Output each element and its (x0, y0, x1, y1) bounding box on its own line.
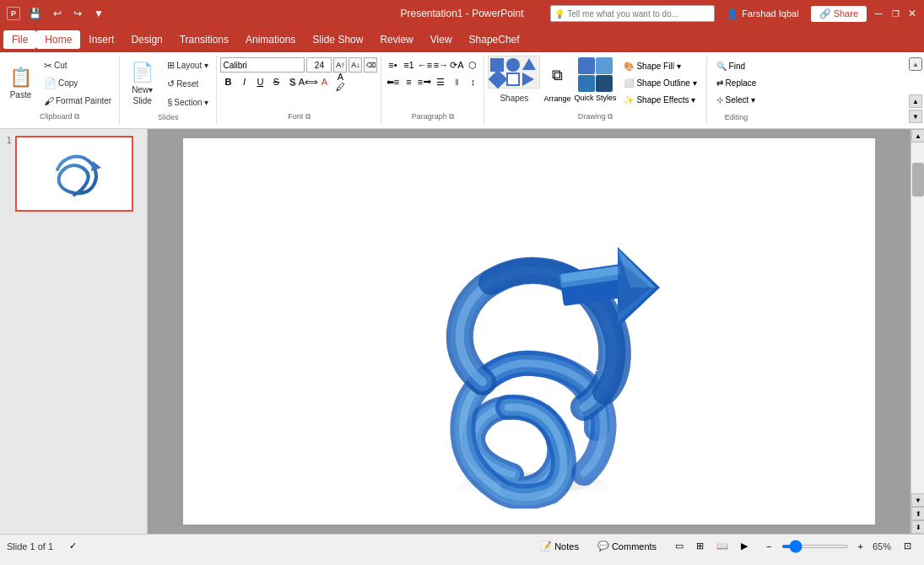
zoom-controls: − + 65% (760, 539, 891, 554)
paste-button[interactable]: 📋 Paste (3, 62, 38, 105)
font-size-decrease-button[interactable]: A↓ (349, 57, 362, 73)
shadow-button[interactable]: S (284, 74, 300, 89)
convert-to-smartart-button[interactable]: ⬡ (465, 57, 480, 73)
align-right-button[interactable]: ≡⮕ (417, 74, 432, 89)
menu-item-insert[interactable]: Insert (80, 30, 122, 49)
menu-item-animations[interactable]: Animations (237, 30, 304, 49)
justify-button[interactable]: ☰ (433, 74, 448, 89)
shape-diamond[interactable] (489, 70, 508, 89)
menu-item-file[interactable]: File (3, 30, 36, 49)
style-4[interactable] (596, 75, 613, 92)
arrange-button[interactable]: ⧉ (542, 56, 572, 94)
main-area: 1 (0, 129, 924, 534)
menu-item-shapechef[interactable]: ShapeChef (461, 30, 528, 49)
new-slide-button[interactable]: 📄 New ▾ Slide (123, 57, 161, 110)
font-size-increase-button[interactable]: A↑ (333, 57, 347, 73)
shape-fill-button[interactable]: 🎨 Shape Fill ▾ (618, 59, 702, 73)
section-button[interactable]: § Section ▾ (163, 94, 213, 110)
layout-icon: ⊞ (167, 60, 175, 71)
numbered-list-button[interactable]: ≡1 (401, 57, 416, 73)
menu-item-transitions[interactable]: Transitions (171, 30, 237, 49)
italic-button[interactable]: I (236, 74, 251, 89)
bold-button[interactable]: B (220, 74, 235, 89)
minimize-button[interactable]: ─ (873, 8, 883, 19)
slide-canvas[interactable] (183, 138, 875, 525)
style-3[interactable] (578, 75, 595, 92)
find-button[interactable]: 🔍 Find (711, 59, 763, 73)
cut-button[interactable]: ✂ Cut (40, 57, 116, 74)
normal-view-button[interactable]: ▭ (669, 538, 689, 554)
line-spacing-button[interactable]: ↕ (465, 74, 480, 89)
select-button[interactable]: ⊹ Select ▾ (711, 93, 763, 107)
notes-accessibility-button[interactable]: ✓ (63, 538, 83, 554)
shapes-container: Shapes (488, 56, 540, 105)
shape-square-outline[interactable] (506, 73, 520, 86)
scrollbar-thumb[interactable] (912, 163, 924, 196)
shape-outline-button[interactable]: ⬜ Shape Outline ▾ (618, 76, 702, 90)
copy-button[interactable]: 📄 Copy (40, 75, 116, 92)
scroll-page-up-button[interactable]: ⬆ (911, 507, 924, 520)
layout-button[interactable]: ⊞ Layout ▾ (163, 56, 213, 73)
shape-triangle[interactable] (522, 58, 536, 70)
shape-arrow[interactable] (522, 73, 534, 86)
redo-button[interactable]: ↪ (70, 6, 85, 21)
notes-button[interactable]: 📝 Notes (534, 538, 585, 554)
shape-oval[interactable] (506, 58, 520, 72)
user-account-button[interactable]: 👤 Farshad Iqbal (721, 7, 803, 21)
zoom-in-button[interactable]: + (852, 539, 869, 554)
shape-effects-button[interactable]: ✨ Shape Effects ▾ (618, 93, 702, 107)
menu-item-home[interactable]: Home (36, 30, 80, 49)
align-center-button[interactable]: ≡ (401, 74, 416, 89)
decrease-indent-button[interactable]: ←≡ (417, 57, 432, 73)
zoom-slider[interactable] (781, 545, 849, 548)
font-name-input[interactable] (220, 57, 305, 73)
replace-button[interactable]: ⇄ Replace (711, 76, 763, 90)
format-painter-icon: 🖌 (44, 95, 54, 107)
menu-item-view[interactable]: View (422, 30, 461, 49)
search-input[interactable] (567, 9, 711, 19)
close-button[interactable]: ✕ (907, 8, 917, 19)
menu-item-review[interactable]: Review (371, 30, 421, 49)
slide-sorter-button[interactable]: ⊞ (690, 538, 710, 554)
scroll-page-down-button[interactable]: ⬇ (911, 520, 924, 534)
char-spacing-button[interactable]: A⟺ (300, 74, 316, 89)
increase-indent-button[interactable]: ≡→ (433, 57, 448, 73)
strikethrough-button[interactable]: S (268, 74, 284, 89)
menu-item-slideshow[interactable]: Slide Show (304, 30, 371, 49)
customize-qat-button[interactable]: ▼ (90, 6, 107, 21)
zoom-out-button[interactable]: − (760, 539, 777, 554)
slide-thumbnail-1[interactable] (15, 136, 133, 212)
menu-bar: File Home Insert Design Transitions Anim… (0, 27, 924, 52)
collapse-ribbon-button[interactable]: ▲ (909, 57, 922, 71)
columns-button[interactable]: ⫴ (449, 74, 464, 89)
reading-view-button[interactable]: 📖 (711, 538, 734, 554)
scroll-up-arrow[interactable]: ▲ (911, 129, 924, 143)
save-button[interactable]: 💾 (25, 6, 45, 21)
share-button[interactable]: 🔗 Share (811, 6, 867, 22)
text-direction-button[interactable]: ⟳A (449, 57, 464, 73)
clear-format-button[interactable]: ⌫ (364, 57, 377, 73)
font-color-button[interactable]: A (316, 74, 332, 89)
scroll-up-button[interactable]: ▲ (909, 94, 922, 108)
undo-button[interactable]: ↩ (50, 6, 65, 21)
editing-buttons: 🔍 Find ⇄ Replace ⊹ Select ▾ (711, 56, 763, 107)
text-highlight-button[interactable]: A🖊 (332, 74, 348, 89)
style-2[interactable] (596, 57, 613, 74)
underline-button[interactable]: U (252, 74, 267, 89)
shapes-button[interactable]: Shapes (495, 90, 532, 105)
scroll-down-arrow[interactable]: ▼ (911, 493, 924, 507)
menu-item-design[interactable]: Design (122, 30, 170, 49)
fit-slide-button[interactable]: ⊡ (898, 538, 917, 554)
scroll-down-button[interactable]: ▼ (909, 110, 922, 123)
align-left-button[interactable]: ⬅≡ (385, 74, 400, 89)
shape-format-buttons: 🎨 Shape Fill ▾ ⬜ Shape Outline ▾ ✨ Shape… (618, 56, 702, 107)
bullet-list-button[interactable]: ≡• (385, 57, 400, 73)
restore-button[interactable]: ❐ (890, 8, 900, 19)
style-1[interactable] (578, 57, 595, 74)
font-size-input[interactable] (306, 57, 332, 73)
slideshow-view-button[interactable]: ▶ (735, 538, 754, 554)
reset-button[interactable]: ↺ Reset (163, 75, 213, 92)
format-painter-button[interactable]: 🖌 Format Painter (40, 93, 116, 110)
comments-button[interactable]: 💬 Comments (592, 538, 662, 554)
tell-me-search[interactable]: 💡 (550, 5, 715, 22)
